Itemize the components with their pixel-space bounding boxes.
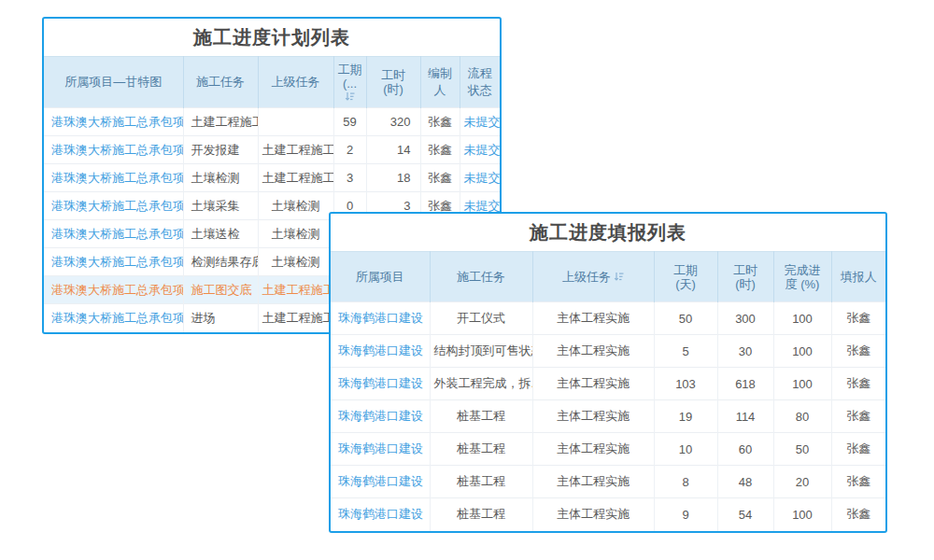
cell-compiler: 张鑫 [420,136,460,164]
cell-task: 开发报建 [183,136,258,164]
cell-status: 未提交 [460,108,500,136]
cell-reporter: 张鑫 [831,400,885,433]
cell-project: 珠海鹤港口建设 [331,466,430,498]
cell-parent: 主体工程实施 [532,302,654,335]
status-link[interactable]: 未提交 [464,199,501,213]
col-task: 施工任务 [430,252,532,302]
cell-hours: 18 [366,164,420,192]
cell-task: 土建工程施工 [183,108,258,136]
cell-project: 港珠澳大桥施工总承包项目 [44,220,183,248]
sort-icon[interactable] [337,91,363,103]
cell-project: 珠海鹤港口建设 [331,433,430,466]
cell-project: 珠海鹤港口建设 [331,335,430,368]
cell-reporter: 张鑫 [831,498,885,531]
cell-compiler: 张鑫 [420,108,460,136]
cell-parent: 土壤检测 [258,220,333,248]
project-link[interactable]: 港珠澳大桥施工总承包项目 [51,227,183,241]
cell-parent: 土壤检测 [258,248,333,276]
cell-project: 港珠澳大桥施工总承包项目 [44,248,183,276]
cell-reporter: 张鑫 [831,302,885,335]
plan-header-row: 所属项目—甘特图 施工任务 上级任务 工期 (... 工时 (时) 编制人 流程… [44,57,500,108]
cell-progress: 50 [773,433,831,466]
project-link[interactable]: 珠海鹤港口建设 [338,409,423,423]
report-list-panel: 施工进度填报列表 所属项目 施工任务 上级任务 工期 (天) 工时 (时) [329,212,887,533]
cell-parent: 主体工程实施 [532,433,654,466]
cell-project: 港珠澳大桥施工总承包项目 [44,192,183,220]
cell-progress: 100 [773,335,831,368]
col-parent-task[interactable]: 上级任务 [532,252,654,302]
cell-hours: 618 [717,368,773,400]
col-parent-label: 上级任务 [562,270,611,284]
col-project: 所属项目—甘特图 [44,57,183,108]
cell-project: 港珠澳大桥施工总承包项目 [44,276,183,304]
cell-duration: 19 [654,400,717,433]
col-task: 施工任务 [183,57,258,108]
sort-icon[interactable] [614,271,624,285]
project-link[interactable]: 港珠澳大桥施工总承包项目 [51,143,183,157]
cell-parent: 土建工程施工 [258,276,333,304]
cell-progress: 80 [773,400,831,433]
cell-hours: 300 [717,302,773,335]
cell-hours: 320 [366,108,420,136]
project-link[interactable]: 港珠澳大桥施工总承包项目 [51,171,183,185]
cell-duration: 50 [654,302,717,335]
cell-duration: 3 [333,164,366,192]
cell-duration: 103 [654,368,717,400]
cell-task: 施工图交底 [183,276,258,304]
project-link[interactable]: 港珠澳大桥施工总承包项目 [51,255,183,269]
cell-duration: 5 [654,335,717,368]
project-link[interactable]: 珠海鹤港口建设 [338,343,423,357]
cell-reporter: 张鑫 [831,433,885,466]
cell-hours: 30 [717,335,773,368]
cell-project: 珠海鹤港口建设 [331,302,430,335]
cell-task: 桩基工程 [430,466,532,498]
project-link[interactable]: 港珠澳大桥施工总承包项目 [51,199,183,213]
col-hours-label: 工时 [370,68,417,82]
col-project: 所属项目 [331,252,430,302]
table-row: 珠海鹤港口建设 桩基工程 主体工程实施 9 54 100 张鑫 [331,498,885,531]
cell-hours: 60 [717,433,773,466]
col-duration[interactable]: 工期 (... [333,57,366,108]
cell-hours: 114 [717,400,773,433]
col-reporter: 填报人 [831,252,885,302]
cell-hours: 14 [366,136,420,164]
table-row: 港珠澳大桥施工总承包项目 土建工程施工 59 320 张鑫 未提交 [44,108,500,136]
col-hours: 工时 (时) [717,252,773,302]
cell-project: 港珠澳大桥施工总承包项目 [44,164,183,192]
project-link[interactable]: 珠海鹤港口建设 [338,376,423,390]
cell-task: 桩基工程 [430,400,532,433]
status-link[interactable]: 未提交 [464,171,501,185]
status-link[interactable]: 未提交 [464,143,501,157]
col-progress: 完成进度 (%) [773,252,831,302]
project-link[interactable]: 港珠澳大桥施工总承包项目 [51,115,183,129]
project-link[interactable]: 珠海鹤港口建设 [338,311,423,325]
cell-reporter: 张鑫 [831,466,885,498]
cell-parent: 土建工程施工 [258,304,333,332]
cell-project: 珠海鹤港口建设 [331,498,430,531]
cell-parent [258,108,333,136]
project-link[interactable]: 港珠澳大桥施工总承包项目 [51,283,183,297]
cell-duration: 59 [333,108,366,136]
status-link[interactable]: 未提交 [464,115,501,129]
table-row: 珠海鹤港口建设 桩基工程 主体工程实施 19 114 80 张鑫 [331,400,885,433]
cell-duration: 8 [654,466,717,498]
col-duration: 工期 (天) [654,252,717,302]
table-row: 港珠澳大桥施工总承包项目 开发报建 土建工程施工 2 14 张鑫 未提交 [44,136,500,164]
cell-progress: 100 [773,498,831,531]
table-row: 珠海鹤港口建设 桩基工程 主体工程实施 8 48 20 张鑫 [331,466,885,498]
cell-hours: 54 [717,498,773,531]
col-status: 流程状态 [460,57,500,108]
cell-task: 进场 [183,304,258,332]
cell-duration: 2 [333,136,366,164]
project-link[interactable]: 珠海鹤港口建设 [338,507,423,521]
cell-project: 珠海鹤港口建设 [331,400,430,433]
cell-parent: 主体工程实施 [532,466,654,498]
project-link[interactable]: 港珠澳大桥施工总承包项目 [51,311,183,325]
col-duration-label: 工期 [658,263,715,277]
cell-progress: 20 [773,466,831,498]
col-hours-label: 工时 [721,263,771,277]
cell-project: 珠海鹤港口建设 [331,368,430,400]
project-link[interactable]: 珠海鹤港口建设 [338,474,423,488]
project-link[interactable]: 珠海鹤港口建设 [338,441,423,455]
cell-task: 结构封顶到可售状态 [430,335,532,368]
